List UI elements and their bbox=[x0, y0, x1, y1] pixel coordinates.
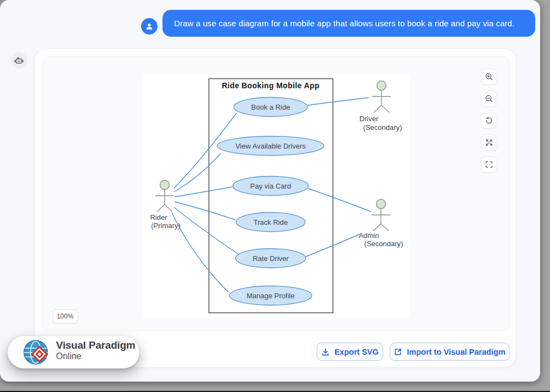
use-case-diagram: Ride Booking Mobile AppBook a RideView A… bbox=[143, 75, 409, 317]
user-message-text: Draw a use case diagram for a mobile app… bbox=[174, 19, 514, 28]
actor-name-label: Driver bbox=[360, 115, 379, 123]
visual-paradigm-logo-icon bbox=[15, 336, 58, 368]
actor-driver bbox=[372, 81, 391, 113]
brand-name: Visual Paradigm bbox=[56, 340, 136, 351]
usecase-label: Manage Profile bbox=[246, 292, 294, 300]
brand-product: Online bbox=[56, 352, 136, 361]
reset-view-button[interactable] bbox=[481, 112, 497, 129]
zoom-level-badge: 100% bbox=[52, 309, 78, 323]
expand-icon bbox=[485, 138, 493, 147]
zoom-level-text: 100% bbox=[57, 313, 74, 320]
zoom-out-icon bbox=[485, 94, 493, 103]
app-window: Draw a use case diagram for a mobile app… bbox=[0, 0, 540, 382]
export-svg-label: Export SVG bbox=[334, 348, 379, 356]
zoom-in-button[interactable] bbox=[481, 69, 497, 85]
visual-paradigm-logo[interactable]: Visual Paradigm Online bbox=[8, 336, 139, 368]
fullscreen-icon bbox=[485, 160, 493, 169]
actor-name-label: Admin bbox=[359, 231, 379, 240]
assistant-avatar bbox=[10, 52, 27, 69]
robot-icon bbox=[14, 56, 24, 65]
zoom-in-icon bbox=[485, 72, 493, 81]
usecase-label: Track Ride bbox=[254, 218, 288, 226]
view-toolbar bbox=[481, 69, 497, 178]
export-svg-button[interactable]: Export SVG bbox=[317, 343, 383, 361]
reset-view-icon bbox=[485, 116, 493, 125]
actor-rider bbox=[155, 180, 174, 212]
actor-role-label: (Primary) bbox=[151, 221, 180, 230]
actor-name-label: Rider bbox=[150, 213, 167, 221]
person-icon bbox=[145, 22, 154, 31]
expand-button[interactable] bbox=[481, 134, 497, 151]
user-avatar bbox=[141, 18, 158, 35]
system-boundary-title: Ride Booking Mobile App bbox=[222, 81, 319, 90]
actor-role-label: (Secondary) bbox=[364, 240, 403, 248]
zoom-out-button[interactable] bbox=[481, 90, 497, 107]
actor-admin bbox=[372, 200, 390, 231]
usecase-label: View Available Drivers bbox=[235, 142, 306, 150]
user-message-bubble: Draw a use case diagram for a mobile app… bbox=[162, 10, 535, 37]
fullscreen-button[interactable] bbox=[481, 156, 497, 173]
usecase-label: Book a Ride bbox=[251, 103, 290, 111]
import-to-visual-paradigm-button[interactable]: Import to Visual Paradigm bbox=[390, 343, 509, 361]
use-case-diagram-svg: Ride Booking Mobile AppBook a RideView A… bbox=[143, 75, 409, 317]
download-icon bbox=[321, 348, 330, 356]
usecase-label: Rate Driver bbox=[252, 254, 289, 263]
external-link-icon bbox=[394, 348, 402, 356]
import-to-visual-paradigm-label: Import to Visual Paradigm bbox=[407, 348, 505, 356]
usecase-label: Pay via Card bbox=[250, 182, 291, 190]
actor-role-label: (Secondary) bbox=[363, 123, 402, 132]
visual-paradigm-logo-text: Visual Paradigm Online bbox=[56, 340, 136, 361]
